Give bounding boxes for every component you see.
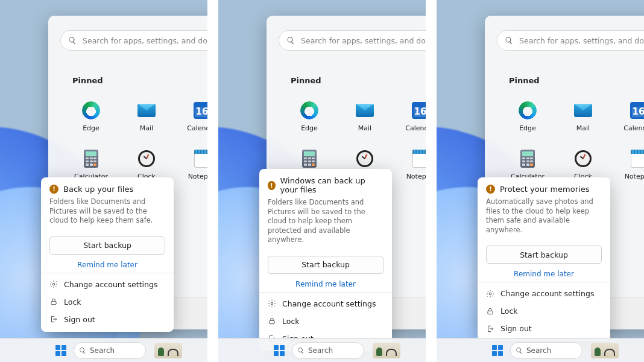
flyout-description: Folders like Documents and Pictures will… <box>268 198 384 245</box>
taskbar-search[interactable]: Search <box>292 342 364 359</box>
start-backup-button[interactable]: Start backup <box>268 256 384 274</box>
remind-later-link[interactable]: Remind me later <box>259 280 392 288</box>
separator <box>259 292 392 293</box>
account-flyout: !Protect your memoriesAutomatically save… <box>478 177 610 341</box>
remind-later-link[interactable]: Remind me later <box>41 261 174 269</box>
clock-icon <box>355 148 375 169</box>
app-tile-notepad[interactable]: Notepad <box>174 141 207 187</box>
app-label: Calendar <box>187 124 207 132</box>
flyout-title: Back up your files <box>63 185 133 194</box>
remind-later-link[interactable]: Remind me later <box>478 270 610 278</box>
calendar-icon: 16 <box>628 100 644 121</box>
svg-rect-5 <box>488 311 493 314</box>
app-label: Calendar <box>405 124 426 132</box>
panel-1: Search for apps, settings, and documents… <box>0 0 207 362</box>
start-backup-button[interactable]: Start backup <box>486 246 602 264</box>
svg-point-4 <box>489 293 491 295</box>
pinned-heading: Pinned <box>291 76 321 85</box>
start-button[interactable] <box>53 343 69 358</box>
app-label: Notepad <box>406 173 426 180</box>
flyout-description: Folders like Documents and Pictures will… <box>49 197 165 226</box>
account-flyout: !Windows can back up your filesFolders l… <box>259 169 392 351</box>
taskbar-search[interactable]: Search <box>510 342 582 359</box>
app-tile-edge[interactable]: Edge <box>63 93 119 139</box>
sign-out-item[interactable]: Sign out <box>41 311 174 328</box>
flyout-description: Automatically save photos and files to t… <box>486 197 602 235</box>
start-backup-button[interactable]: Start backup <box>49 237 165 255</box>
svg-point-0 <box>52 283 55 285</box>
app-label: Mail <box>140 124 153 132</box>
account-flyout: !Back up your filesFolders like Document… <box>41 177 174 332</box>
taskbar: Search <box>0 338 207 362</box>
svg-point-2 <box>271 302 273 305</box>
calculator-icon <box>81 148 101 169</box>
mail-icon <box>573 100 593 121</box>
flyout-title: Windows can back up your files <box>280 176 384 194</box>
search-placeholder: Search for apps, settings, and documents <box>519 36 644 45</box>
app-label: Mail <box>358 124 371 132</box>
taskbar-search[interactable]: Search <box>74 342 146 359</box>
app-tile-mail[interactable]: Mail <box>119 93 174 139</box>
taskbar-widget-icon[interactable] <box>591 343 619 358</box>
svg-rect-3 <box>270 320 274 323</box>
calendar-icon: 16 <box>192 100 207 121</box>
app-tile-calendar[interactable]: 16Calendar <box>393 93 426 139</box>
app-label: Edge <box>519 124 536 132</box>
start-search[interactable]: Search for apps, settings, and documents <box>497 30 644 51</box>
app-tile-edge[interactable]: Edge <box>500 93 555 139</box>
pinned-heading: Pinned <box>72 76 103 85</box>
notepad-icon <box>192 148 207 169</box>
mail-icon <box>355 100 375 121</box>
sign-out-item[interactable]: Sign out <box>478 320 610 337</box>
start-button[interactable] <box>271 343 287 358</box>
separator <box>41 273 174 273</box>
warning-icon: ! <box>486 185 495 194</box>
start-search[interactable]: Search for apps, settings, and documents <box>279 30 426 51</box>
change-account-settings[interactable]: Change account settings <box>478 285 610 302</box>
app-label: Notepad <box>188 173 207 180</box>
search-placeholder: Search for apps, settings, and documents <box>83 36 207 45</box>
notepad-icon <box>410 148 426 169</box>
calculator-icon <box>517 148 538 169</box>
start-button[interactable] <box>490 343 505 358</box>
change-account-settings[interactable]: Change account settings <box>41 276 174 293</box>
notepad-icon <box>628 148 644 169</box>
app-label: Mail <box>576 124 590 132</box>
app-tile-notepad[interactable]: Notepad <box>611 141 644 187</box>
app-label: Calendar <box>623 124 644 132</box>
panel-3: Search for apps, settings, and documents… <box>437 0 644 362</box>
taskbar: Search <box>218 338 426 362</box>
separator <box>478 282 610 282</box>
app-tile-edge[interactable]: Edge <box>282 93 337 139</box>
lock-item[interactable]: Lock <box>259 313 392 330</box>
calendar-icon: 16 <box>410 100 426 121</box>
app-tile-calendar[interactable]: 16Calendar <box>611 93 644 139</box>
taskbar-widget-icon[interactable] <box>154 343 182 358</box>
app-label: Edge <box>301 124 318 132</box>
lock-item[interactable]: Lock <box>41 293 174 311</box>
search-placeholder: Search for apps, settings, and documents <box>301 36 426 45</box>
pinned-heading: Pinned <box>509 76 540 85</box>
edge-icon <box>81 100 101 121</box>
change-account-settings[interactable]: Change account settings <box>259 295 392 313</box>
start-search[interactable]: Search for apps, settings, and documents <box>60 30 207 51</box>
lock-item[interactable]: Lock <box>478 302 610 320</box>
flyout-title: Protect your memories <box>500 185 589 194</box>
app-tile-mail[interactable]: Mail <box>555 93 611 139</box>
app-tile-mail[interactable]: Mail <box>337 93 393 139</box>
mail-icon <box>136 100 157 121</box>
edge-icon <box>517 100 538 121</box>
warning-icon: ! <box>49 185 58 194</box>
app-tile-calendar[interactable]: 16Calendar <box>174 93 207 139</box>
svg-rect-1 <box>51 301 56 304</box>
taskbar: Search <box>437 338 644 362</box>
panel-2: Search for apps, settings, and documents… <box>218 0 426 362</box>
app-label: Edge <box>83 124 99 132</box>
warning-icon: ! <box>268 181 276 190</box>
taskbar-widget-icon[interactable] <box>373 343 400 358</box>
calculator-icon <box>299 148 320 169</box>
edge-icon <box>299 100 320 121</box>
app-tile-notepad[interactable]: Notepad <box>393 141 426 187</box>
clock-icon <box>573 148 593 169</box>
clock-icon <box>136 148 157 169</box>
